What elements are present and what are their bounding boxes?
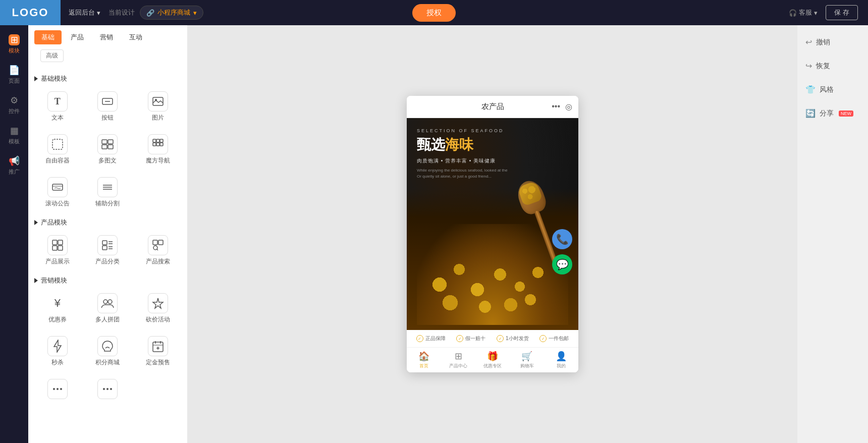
svg-rect-31 [158,240,163,245]
tab-row: 基础 产品 营销 互动 [28,25,187,44]
svg-rect-27 [102,246,107,250]
sidebar-item-page[interactable]: 📄 页面 [0,60,28,90]
undo-button[interactable]: ↩ 撤销 [802,35,863,49]
module-more-1[interactable] [34,375,81,405]
tab-product[interactable]: 产品 [64,30,91,44]
module-presale[interactable]: 定金预售 [135,332,181,371]
back-button[interactable]: 返回后台 ▾ [69,8,100,17]
promo-label: 推广 [9,168,20,176]
save-button[interactable]: 保 存 [826,5,858,20]
nav-products[interactable]: ⊞ 产品中心 [441,348,475,372]
svg-point-35 [108,300,112,304]
svg-point-49 [110,388,112,390]
mine-icon: 👤 [556,351,567,362]
points-mall-icon [97,336,118,356]
sidebar-item-template[interactable]: ▦ 模板 [0,120,28,150]
module-group-buy[interactable]: 多人拼团 [85,289,131,328]
divider-icon [97,177,118,197]
module-magic-nav[interactable]: 魔方导航 [135,130,181,169]
sidebar-item-control[interactable]: ⚙ 控件 [0,90,28,120]
tab-interaction[interactable]: 互动 [122,30,149,44]
module-image[interactable]: 图片 [135,87,181,126]
nav-cart[interactable]: 🛒 购物车 [510,348,544,372]
auth-button[interactable]: 授权 [412,4,456,22]
module-multi-image[interactable]: 多图文 [85,130,131,169]
miniapp-selector[interactable]: 🔗 小程序商城 ▾ [140,6,203,20]
tab-advanced[interactable]: 高级 [40,49,64,62]
svg-rect-12 [153,143,156,146]
modules-container: 基础模块 T 文本 按钮 图片 [28,64,187,443]
image-icon [148,91,168,112]
miniapp-chevron-icon: ▾ [193,9,197,17]
style-button[interactable]: 👕 风格 [802,83,863,96]
svg-rect-15 [52,184,63,190]
nav-mine[interactable]: 👤 我的 [544,348,578,372]
undo-icon: ↩ [805,37,812,47]
marketing-modules-grid: ¥ 优惠券 多人拼团 砍价活动 [34,289,181,405]
module-icon: ⊞ [9,34,20,45]
support-chevron-icon: ▾ [814,9,818,17]
module-product-category[interactable]: 产品分类 [85,231,131,270]
button-icon [97,91,118,112]
coupon-icon: ¥ [47,293,68,313]
home-icon: 🏠 [418,351,429,362]
tags-bar: ✓ 正品保障 ✓ 假一赔十 ✓ 1小时发货 ✓ 一件包邮 [407,330,578,347]
share-button[interactable]: 🔄 分享 NEW [802,106,863,120]
fast-ship-icon: ✓ [497,335,504,342]
svg-point-34 [103,300,107,304]
more-2-icon [97,379,118,399]
module-flash-price[interactable]: 砍价活动 [135,289,181,328]
tag-fake-refund: ✓ 假一赔十 [456,335,485,342]
svg-rect-30 [153,240,157,245]
tag-fast-ship: ✓ 1小时发货 [497,335,529,342]
sidebar-item-module[interactable]: ⊞ 模块 [0,29,28,60]
module-coupon[interactable]: ¥ 优惠券 [34,289,81,328]
fake-refund-icon: ✓ [456,335,463,342]
nav-discounts[interactable]: 🎁 优惠专区 [475,348,510,372]
nav-home[interactable]: 🏠 首页 [407,348,441,372]
control-icon: ⚙ [9,95,20,106]
module-more-2[interactable] [85,375,131,405]
phone-top-icons: ••• ◎ [552,102,572,112]
right-panel: ↩ 撤销 ↪ 恢复 👕 风格 🔄 分享 NEW [797,25,868,443]
tab-marketing[interactable]: 营销 [93,30,120,44]
svg-rect-13 [156,143,159,146]
sidebar-item-promo[interactable]: 📢 推广 [0,150,28,181]
module-product-search[interactable]: 产品搜索 [135,231,181,270]
svg-rect-14 [160,143,163,146]
module-points-mall[interactable]: 积分商城 [85,332,131,371]
miniapp-icon: 🔗 [146,9,154,17]
flash-price-icon [148,293,168,313]
float-wechat-button[interactable]: 💬 [552,254,572,274]
text-icon: T [47,91,68,112]
svg-rect-8 [108,145,113,149]
genuine-icon: ✓ [416,335,423,342]
headset-icon: 🎧 [789,9,797,17]
module-divider[interactable]: 辅助分割 [85,173,131,212]
svg-rect-7 [102,145,107,149]
canvas-area: 农产品 ••• ◎ [188,25,797,443]
miniapp-label: 小程序商城 [157,8,190,17]
section-basic: 基础模块 [34,74,181,83]
svg-point-48 [106,388,108,390]
support-button[interactable]: 🎧 客服 ▾ [789,8,818,17]
banner-cn-title-2: 海味 [445,135,473,154]
svg-rect-10 [156,139,159,142]
module-free-container[interactable]: 自由容器 [34,130,81,169]
tab-basic[interactable]: 基础 [34,30,62,44]
float-phone-button[interactable]: 📞 [552,229,572,249]
svg-rect-22 [52,246,57,250]
module-button[interactable]: 按钮 [85,87,131,126]
module-scroll-notice[interactable]: 滚动公告 [34,173,81,212]
back-label: 返回后台 [69,8,95,17]
redo-button[interactable]: ↪ 恢复 [802,59,863,73]
svg-point-47 [103,388,105,390]
module-text[interactable]: T 文本 [34,87,81,126]
left-panel: 基础 产品 营销 互动 高级 基础模块 T 文本 按 [28,25,188,443]
module-product-display[interactable]: 产品展示 [34,231,81,270]
wechat-icon: 💬 [556,258,569,270]
discounts-icon: 🎁 [487,351,498,362]
module-flash-sale[interactable]: 秒杀 [34,332,81,371]
group-buy-icon [97,293,118,313]
new-badge: NEW [839,110,853,117]
